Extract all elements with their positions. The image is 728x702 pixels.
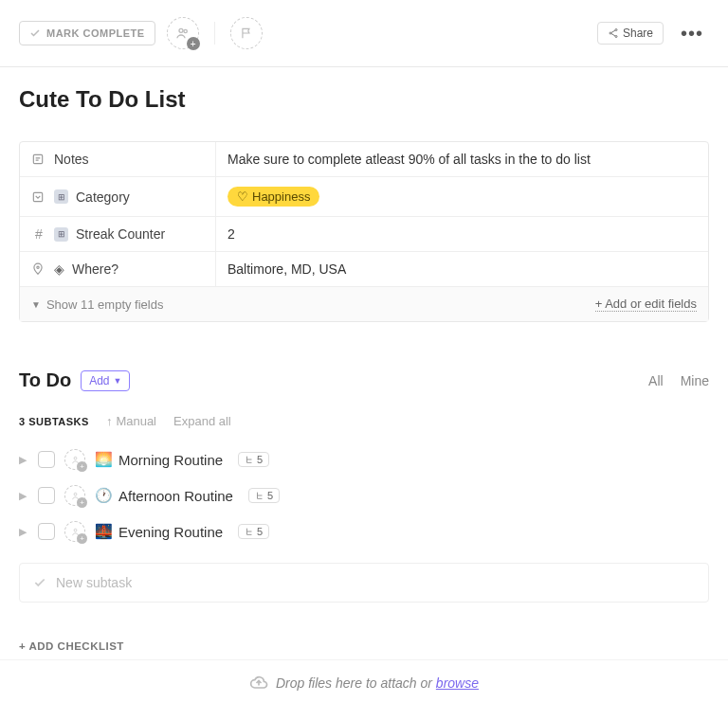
task-row[interactable]: ▶ 🌉 Evening Routine 5 xyxy=(19,513,709,549)
section-title-todo: To Do xyxy=(19,369,71,391)
add-checklist-button[interactable]: + ADD CHECKLIST xyxy=(19,640,709,652)
svg-rect-6 xyxy=(33,192,42,201)
chevron-right-icon[interactable]: ▶ xyxy=(19,454,28,466)
subtask-count-text: 5 xyxy=(267,490,273,501)
flag-icon xyxy=(240,27,253,40)
share-label: Share xyxy=(623,27,653,40)
share-button[interactable]: Share xyxy=(597,22,664,45)
notes-icon xyxy=(31,153,46,166)
calc-badge-icon: ⊞ xyxy=(54,189,68,204)
task-checkbox[interactable] xyxy=(38,451,55,468)
calc-badge-icon: ⊞ xyxy=(54,227,68,242)
mark-complete-label: MARK COMPLETE xyxy=(46,27,145,39)
new-subtask-placeholder: New subtask xyxy=(56,575,132,590)
svg-point-0 xyxy=(179,28,183,32)
field-label-category: Category xyxy=(76,189,130,205)
field-label-where: Where? xyxy=(72,261,118,277)
expand-all-button[interactable]: Expand all xyxy=(173,414,231,428)
assign-button[interactable] xyxy=(64,485,85,506)
svg-point-9 xyxy=(74,493,77,495)
category-tag[interactable]: ♡ Happiness xyxy=(228,187,319,207)
field-label-notes: Notes xyxy=(54,152,89,167)
subtask-count-badge[interactable]: 5 xyxy=(238,452,269,467)
category-tag-text: Happiness xyxy=(252,189,310,204)
task-row[interactable]: ▶ 🌅 Morning Routine 5 xyxy=(19,441,709,477)
add-edit-fields-button[interactable]: + Add or edit fields xyxy=(595,297,697,312)
svg-point-10 xyxy=(74,529,77,531)
subtask-count-text: 5 xyxy=(257,526,263,537)
show-empty-label: Show 11 empty fields xyxy=(46,297,164,312)
subtask-icon xyxy=(255,491,264,500)
filter-all[interactable]: All xyxy=(648,373,664,388)
task-emoji: 🌉 xyxy=(95,523,113,540)
page-title: Cute To Do List xyxy=(19,86,709,113)
task-emoji: 🌅 xyxy=(95,451,113,468)
properties-table: Notes Make sure to complete atleast 90% … xyxy=(19,141,709,322)
subtasks-count: 3 SUBTASKS xyxy=(19,416,89,427)
check-icon xyxy=(29,27,41,39)
dropdown-icon xyxy=(31,190,46,204)
file-dropzone[interactable]: Drop files here to attach or browse xyxy=(0,659,728,702)
filter-mine[interactable]: Mine xyxy=(681,373,709,388)
dropzone-text: Drop files here to attach or xyxy=(276,675,436,691)
diamond-icon: ◈ xyxy=(54,261,64,277)
task-title-text: Morning Routine xyxy=(118,452,223,468)
heart-icon: ♡ xyxy=(237,189,248,204)
add-label: Add xyxy=(89,374,109,387)
assign-button[interactable] xyxy=(64,449,85,470)
field-value-where[interactable]: Baltimore, MD, USA xyxy=(216,252,708,286)
location-icon xyxy=(31,262,46,276)
task-title-text: Evening Routine xyxy=(118,524,223,540)
cloud-upload-icon xyxy=(249,674,268,693)
check-icon xyxy=(33,576,46,589)
mark-complete-button[interactable]: MARK COMPLETE xyxy=(19,21,155,45)
task-title-text: Afternoon Routine xyxy=(118,488,233,504)
field-value-streak[interactable]: 2 xyxy=(216,217,708,251)
show-empty-fields-button[interactable]: ▼ Show 11 empty fields xyxy=(31,297,163,312)
svg-point-8 xyxy=(74,457,77,459)
field-row-notes[interactable]: Notes Make sure to complete atleast 90% … xyxy=(20,142,708,177)
svg-point-2 xyxy=(615,29,617,31)
share-icon xyxy=(608,27,619,39)
sort-manual-label: Manual xyxy=(116,414,156,428)
field-row-where[interactable]: ◈ Where? Baltimore, MD, USA xyxy=(20,252,708,287)
sort-manual-button[interactable]: ↑ Manual xyxy=(106,414,156,428)
subtask-icon xyxy=(245,527,254,536)
arrow-up-icon: ↑ xyxy=(106,414,113,428)
person-icon xyxy=(70,455,81,465)
svg-rect-5 xyxy=(33,154,42,163)
chevron-right-icon[interactable]: ▶ xyxy=(19,526,28,538)
subtask-icon xyxy=(245,455,254,464)
person-icon xyxy=(70,491,81,501)
more-menu-button[interactable]: ••• xyxy=(675,19,709,48)
hash-icon: # xyxy=(31,226,46,242)
chevron-down-icon: ▼ xyxy=(31,299,41,310)
svg-point-1 xyxy=(184,29,187,32)
field-value-category[interactable]: ♡ Happiness xyxy=(216,177,708,216)
new-subtask-input[interactable]: New subtask xyxy=(19,563,709,603)
browse-link[interactable]: browse xyxy=(436,675,479,691)
task-emoji: 🕐 xyxy=(95,487,113,504)
subtask-count-badge[interactable]: 5 xyxy=(238,524,269,539)
task-checkbox[interactable] xyxy=(38,487,55,504)
task-row[interactable]: ▶ 🕐 Afternoon Routine 5 xyxy=(19,477,709,513)
add-assignee-button[interactable]: + xyxy=(167,17,199,49)
chevron-down-icon: ▼ xyxy=(114,376,122,386)
add-task-button[interactable]: Add ▼ xyxy=(81,370,130,391)
divider xyxy=(214,22,215,45)
field-label-streak: Streak Counter xyxy=(76,226,165,242)
task-checkbox[interactable] xyxy=(38,523,55,540)
subtask-count-badge[interactable]: 5 xyxy=(248,488,280,503)
assign-button[interactable] xyxy=(64,521,85,542)
subtask-count-text: 5 xyxy=(257,454,263,465)
svg-point-7 xyxy=(37,266,39,268)
plus-badge-icon: + xyxy=(187,37,200,50)
svg-point-4 xyxy=(615,36,617,38)
person-icon xyxy=(70,527,81,537)
svg-point-3 xyxy=(610,32,611,34)
field-value-notes[interactable]: Make sure to complete atleast 90% of all… xyxy=(216,142,708,176)
add-flag-button[interactable] xyxy=(230,17,263,49)
chevron-right-icon[interactable]: ▶ xyxy=(19,490,28,502)
field-row-category[interactable]: ⊞ Category ♡ Happiness xyxy=(20,177,708,217)
field-row-streak[interactable]: # ⊞ Streak Counter 2 xyxy=(20,217,708,252)
